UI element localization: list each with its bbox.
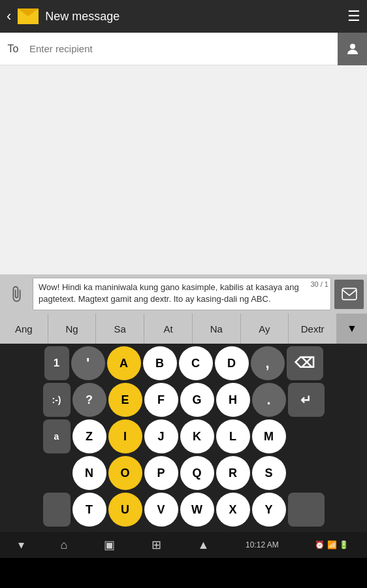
keyboard-row-2: :-) ? E F G H . ↵ (1, 383, 366, 417)
to-label: To (0, 43, 26, 55)
char-count: 30 / 1 (310, 280, 328, 288)
contact-icon (345, 41, 360, 57)
key-x[interactable]: X (216, 493, 250, 527)
key-s[interactable]: S (252, 456, 286, 490)
menu-button[interactable]: ☰ (347, 8, 360, 25)
nav-recent[interactable]: ▣ (104, 538, 115, 552)
key-k[interactable]: K (180, 419, 214, 453)
keyboard: 1 ' A B C D , ⌫ :-) ? E F G H . ↵ a Z I … (0, 344, 367, 532)
back-button[interactable]: ‹ (7, 8, 11, 25)
key-o[interactable]: O (108, 456, 142, 490)
keyboard-row-1: 1 ' A B C D , ⌫ (1, 346, 366, 380)
key-a[interactable]: A (107, 346, 141, 380)
key-comma[interactable]: , (251, 346, 285, 380)
key-space-right[interactable] (288, 493, 325, 527)
key-1[interactable]: 1 (44, 346, 69, 380)
send-button[interactable] (334, 280, 364, 309)
key-q[interactable]: Q (180, 456, 214, 490)
nav-back[interactable]: ▾ (18, 538, 24, 552)
key-abc[interactable]: a (43, 419, 71, 453)
nav-home[interactable]: ⌂ (61, 538, 68, 552)
word-suggestion-3[interactable]: Sa (96, 314, 144, 344)
key-f[interactable]: F (144, 383, 178, 417)
compose-bar: Wow! Hindi ka maniniwala kung gano kasim… (0, 274, 367, 314)
key-placeholder-4a (43, 456, 71, 490)
bottom-nav: ▾ ⌂ ▣ ⊞ ▲ 10:12 AM ⏰ 📶 🔋 (0, 532, 367, 558)
recipient-input[interactable] (26, 43, 338, 54)
word-suggestion-5[interactable]: Na (193, 314, 241, 344)
key-y[interactable]: Y (252, 493, 286, 527)
word-suggestion-7[interactable]: Dextr (289, 314, 337, 344)
attach-button[interactable] (3, 278, 29, 310)
enter-key[interactable]: ↵ (288, 383, 325, 417)
contact-picker-button[interactable] (338, 33, 367, 65)
page-title: New message (45, 10, 341, 24)
keyboard-row-4: N O P Q R S (1, 456, 366, 490)
key-d[interactable]: D (215, 346, 249, 380)
send-icon (341, 287, 358, 301)
key-r[interactable]: R (216, 456, 250, 490)
key-t[interactable]: T (72, 493, 106, 527)
word-suggestion-2[interactable]: Ng (48, 314, 97, 344)
status-icons: ⏰ 📶 🔋 (315, 540, 349, 549)
key-m[interactable]: M (252, 419, 286, 453)
key-b[interactable]: B (143, 346, 177, 380)
word-suggestion-1[interactable]: Ang (0, 314, 48, 344)
key-p[interactable]: P (144, 456, 178, 490)
key-space-left[interactable] (43, 493, 71, 527)
keyboard-row-5: T U V W X Y (1, 493, 366, 527)
key-placeholder-3 (288, 419, 325, 453)
status-time: 10:12 AM (246, 540, 279, 549)
message-area (0, 65, 367, 274)
svg-point-0 (350, 44, 355, 49)
app-icon (18, 8, 39, 24)
key-l[interactable]: L (216, 419, 250, 453)
word-suggestions-expand[interactable]: ▼ (337, 314, 367, 344)
key-g[interactable]: G (180, 383, 214, 417)
word-suggestion-6[interactable]: Ay (241, 314, 289, 344)
keyboard-row-3: a Z I J K L M (1, 419, 366, 453)
top-bar: ‹ New message ☰ (0, 0, 367, 33)
key-j[interactable]: J (144, 419, 178, 453)
key-i[interactable]: I (108, 419, 142, 453)
key-period[interactable]: . (252, 383, 286, 417)
key-v[interactable]: V (144, 493, 178, 527)
nav-up[interactable]: ▲ (198, 538, 210, 552)
key-e[interactable]: E (108, 383, 142, 417)
backspace-key[interactable]: ⌫ (287, 346, 323, 380)
key-apostrophe[interactable]: ' (71, 346, 105, 380)
key-u[interactable]: U (108, 493, 142, 527)
key-question[interactable]: ? (72, 383, 106, 417)
key-z[interactable]: Z (72, 419, 106, 453)
key-c[interactable]: C (179, 346, 213, 380)
attach-icon (8, 286, 25, 302)
key-emoji[interactable]: :-) (43, 383, 71, 417)
compose-text[interactable]: Wow! Hindi ka maniniwala kung gano kasim… (33, 278, 331, 310)
key-n[interactable]: N (72, 456, 106, 490)
to-row: To (0, 33, 367, 65)
key-h[interactable]: H (216, 383, 250, 417)
svg-rect-1 (342, 288, 357, 299)
word-suggestion-4[interactable]: At (144, 314, 193, 344)
word-suggestion-bar: Ang Ng Sa At Na Ay Dextr ▼ (0, 314, 367, 344)
key-w[interactable]: W (180, 493, 214, 527)
key-placeholder-4b (288, 456, 325, 490)
nav-qr[interactable]: ⊞ (152, 538, 161, 552)
